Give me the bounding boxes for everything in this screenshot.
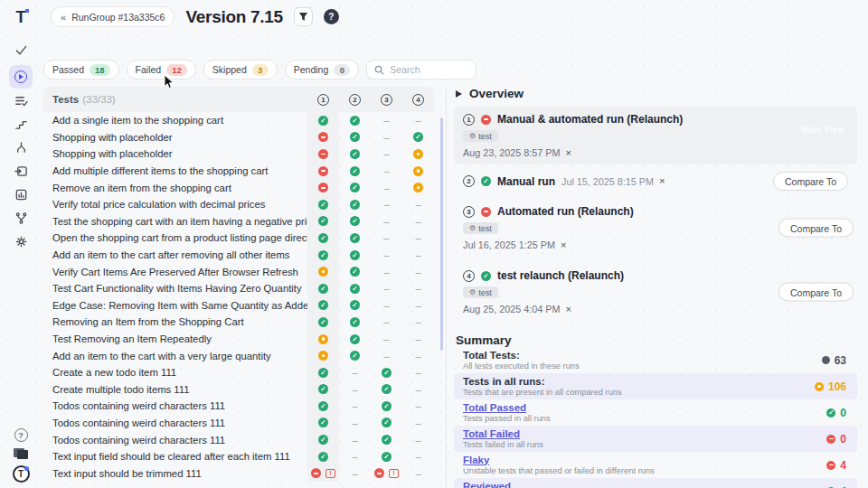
app-logo[interactable]: T <box>16 7 26 27</box>
gear-icon: ⚙ <box>469 224 476 232</box>
status-cell <box>371 230 402 247</box>
help-button[interactable]: ? <box>324 9 339 24</box>
remove-run-icon[interactable]: × <box>565 305 571 314</box>
run-item[interactable]: 2Manual runJul 15, 2025 8:15 PM×Compare … <box>454 170 857 192</box>
table-row[interactable]: Shopping with placeholder <box>43 129 434 146</box>
topbar: « RunGroup #13a335c6 Version 7.15 ? <box>51 6 339 27</box>
status-cell <box>371 415 402 432</box>
filter-chip-pending[interactable]: Pending0 <box>285 60 360 80</box>
filter-chip-skipped[interactable]: Skipped3 <box>203 60 278 80</box>
table-row[interactable]: Add an item to the cart after removing a… <box>43 247 434 264</box>
sidebar-item-pulse[interactable] <box>9 116 33 136</box>
table-row[interactable]: Verify total price calculation with deci… <box>43 196 434 213</box>
sidebar-item-runs[interactable] <box>9 65 33 89</box>
table-row[interactable]: Shopping with placeholder <box>43 145 434 163</box>
sidebar-item-tests[interactable] <box>9 42 33 61</box>
table-row[interactable]: Open the shopping cart from a product li… <box>43 230 434 247</box>
status-cell <box>402 431 434 448</box>
table-row[interactable]: Removing an Item from the Shopping Cart <box>43 314 434 331</box>
remove-run-icon[interactable]: × <box>561 240 566 250</box>
column-header-run-3[interactable]: 3 <box>371 94 402 106</box>
table-row[interactable]: Create a new todo item 111 <box>43 364 434 381</box>
run-item[interactable]: 3Automated run (Relaunch)⚙testJul 16, 20… <box>454 199 857 257</box>
status-cell <box>339 196 371 213</box>
status-none-dash <box>415 300 420 311</box>
table-row[interactable]: Add multiple different items to the shop… <box>43 163 434 180</box>
summary-row: Tests in all runs:Tests that are present… <box>454 373 857 399</box>
run-tag[interactable]: ⚙test <box>463 286 498 298</box>
error-comment-icon[interactable] <box>326 469 335 478</box>
table-row[interactable]: Test the shopping cart with an item havi… <box>43 213 434 230</box>
summary-row-left: Total FailedTests failed in all runs <box>463 428 543 450</box>
table-row[interactable]: Text input field should be cleared after… <box>43 448 434 465</box>
column-header-run-2[interactable]: 2 <box>339 94 371 106</box>
table-row[interactable]: Test Removing an Item Repeatedly <box>43 331 434 348</box>
sidebar-item-analytics[interactable] <box>9 139 33 159</box>
summary-title: Summary <box>456 333 512 347</box>
table-row[interactable]: Create multiple todo items 111 <box>43 381 434 399</box>
run-date: Aug 25, 2025 4:04 PM× <box>463 304 848 314</box>
status-passed-icon <box>382 435 392 445</box>
status-none-dash <box>415 418 420 428</box>
compare-to-button[interactable]: Compare To <box>778 283 854 302</box>
status-none-dash <box>383 316 389 327</box>
avatar[interactable]: T <box>13 465 30 483</box>
test-name: Add multiple different items to the shop… <box>43 165 307 176</box>
status-cell <box>307 263 339 280</box>
table-title: Tests <box>52 94 79 105</box>
sidebar-item-settings[interactable] <box>9 233 33 253</box>
table-row[interactable]: Add an item to the cart with a very larg… <box>43 347 434 364</box>
back-to-rungroup-button[interactable]: « RunGroup #13a335c6 <box>51 6 175 27</box>
sidebar-item-reports[interactable] <box>9 186 33 206</box>
table-row[interactable]: Verify Cart Items Are Preserved After Br… <box>43 263 434 280</box>
help-icon[interactable]: ? <box>14 428 28 442</box>
remove-run-icon[interactable]: × <box>565 148 571 158</box>
summary-link[interactable]: Reviewed <box>463 481 618 488</box>
status-passed-icon <box>318 284 328 294</box>
filter-chip-passed[interactable]: Passed18 <box>43 60 119 80</box>
column-header-run-4[interactable]: 4 <box>402 94 434 106</box>
search-input[interactable] <box>390 64 468 75</box>
sidebar-item-plans[interactable] <box>9 92 33 112</box>
status-cell <box>339 163 371 180</box>
summary-link[interactable]: Flaky <box>463 455 655 466</box>
run-number: 4 <box>463 270 475 282</box>
overview-header[interactable]: Overview <box>454 87 857 100</box>
run-item[interactable]: 1Manual & automated run (Relaunch)⚙testA… <box>454 107 857 164</box>
error-comment-icon[interactable] <box>389 469 399 478</box>
table-row[interactable]: Todos containing weird characters 111 <box>43 431 434 448</box>
filter-chip-label: Passed <box>52 64 84 75</box>
run-tag[interactable]: ⚙test <box>463 222 498 234</box>
compare-to-button[interactable]: Compare To <box>773 172 848 191</box>
test-name: Todos containing weird characters 111 <box>43 400 307 411</box>
run-number: 1 <box>463 114 475 126</box>
filter-button[interactable] <box>294 7 313 26</box>
run-tag[interactable]: ⚙test <box>463 130 498 142</box>
table-row[interactable]: Remove an item from the shopping cart <box>43 179 434 196</box>
table-row[interactable]: Todos containing weird characters 111 <box>43 398 434 415</box>
table-row[interactable]: Test Cart Functionality with Items Havin… <box>43 280 434 297</box>
run-item[interactable]: 4test relaunch (Relaunch)⚙testAug 25, 20… <box>454 263 857 321</box>
compare-to-button[interactable]: Compare To <box>778 219 854 238</box>
summary-link[interactable]: Total Failed <box>463 428 543 440</box>
status-passed-icon <box>350 116 360 126</box>
sidebar-item-branches[interactable] <box>9 210 33 230</box>
status-passed-icon <box>350 233 360 243</box>
sidebar-item-imports[interactable] <box>9 163 33 183</box>
table-row[interactable]: Edge Case: Removing Item with Same Quant… <box>43 297 434 314</box>
table-row[interactable]: Todos containing weird characters 111 <box>43 415 434 432</box>
table-row[interactable]: Text input should be trimmed 111 <box>43 465 434 482</box>
panel-scrollbar[interactable] <box>440 117 443 351</box>
test-name: Remove an item from the shopping cart <box>43 183 307 193</box>
status-cell <box>402 280 434 297</box>
summary-link[interactable]: Total Passed <box>463 402 551 414</box>
status-none-dash <box>415 333 420 344</box>
folder-icon[interactable] <box>14 448 28 459</box>
table-row[interactable]: Add a single item to the shopping cart <box>43 112 434 129</box>
column-header-run-1[interactable]: 1 <box>307 94 339 106</box>
filter-chip-failed[interactable]: Failed12 <box>127 60 196 80</box>
summary-count: 4 <box>840 485 846 488</box>
rungroup-label: RunGroup #13a335c6 <box>71 12 165 23</box>
status-cell <box>339 347 371 364</box>
remove-run-icon[interactable]: × <box>659 176 665 186</box>
